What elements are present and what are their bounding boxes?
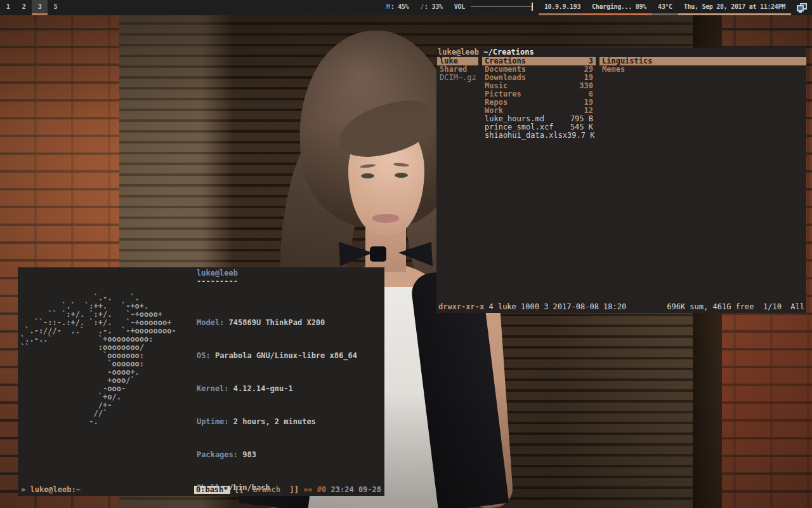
mail-icon: M bbox=[386, 3, 390, 10]
info-value: 745869U ThinkPad X200 bbox=[224, 318, 325, 327]
tmux-flags-open: [[ bbox=[230, 486, 253, 494]
info-value: Parabola GNU/Linux-libre x86_64 bbox=[211, 351, 357, 360]
info-value: 2 hours, 2 minutes bbox=[229, 417, 316, 426]
system-info: luke@leeb --------- Model: 745869U Think… bbox=[197, 269, 366, 496]
disk-usage-summary: 696K sum, 461G free 1/10 All bbox=[667, 303, 804, 312]
ranger-main-column: Creations3 Documents29 Downloads19 Music… bbox=[482, 57, 596, 140]
neofetch-output: `.-. `. `.` `:++. `-+o+. `` `:+/. `:+/. … bbox=[18, 267, 384, 496]
tmux-pane-index: #0 bbox=[317, 486, 331, 494]
ip-address: 10.9.9.193 bbox=[544, 3, 580, 10]
entry-name: shiaohui_data.xlsx bbox=[485, 131, 567, 140]
workspace-label: 5 bbox=[54, 3, 58, 10]
tmux-arrows: »» bbox=[303, 486, 317, 494]
brightness-module: /: 33% bbox=[414, 0, 448, 15]
ranger-window[interactable]: luke@leeb ~/Creations luke Shared DCIM~.… bbox=[436, 48, 806, 313]
tmux-date: 09-28 bbox=[358, 486, 381, 494]
ip-module: 10.9.9.193 bbox=[539, 0, 586, 15]
info-label: OS: bbox=[197, 351, 211, 360]
tmux-window-tab[interactable]: 0:bash* bbox=[194, 486, 230, 494]
entry-name: DCIM~.gz bbox=[440, 74, 476, 82]
ranger-parent-column: luke Shared DCIM~.gz bbox=[437, 57, 478, 140]
status-bar: 1 2 3 5 M: 45% /: 33% bbox=[0, 0, 812, 15]
file-permissions: drwxr-xr-x bbox=[438, 303, 484, 312]
datetime-value: Thu, Sep 28, 2017 at 11:24PM bbox=[684, 3, 785, 10]
ascii-logo: `.-. `. `.` `:++. `-+o+. `` `:+/. `:+/. … bbox=[20, 269, 197, 496]
workspace-label: 1 bbox=[6, 3, 10, 10]
ranger-user-host: luke@leeb bbox=[438, 48, 483, 57]
entry-name: Memes bbox=[602, 65, 625, 74]
fetch-title: luke@leeb bbox=[197, 269, 238, 277]
figure-lips bbox=[372, 214, 399, 223]
tmux-right-section: 0:bash* [[ branch ]] »» #0 23:24 09-28 bbox=[194, 486, 381, 494]
temperature-value: 43°C bbox=[658, 3, 672, 10]
info-label: Kernel: bbox=[197, 384, 229, 393]
pen-icon: / bbox=[420, 3, 424, 10]
system-info-row: Model: 745869U ThinkPad X200 bbox=[197, 319, 366, 327]
battery-status: Charging... 89% bbox=[592, 3, 646, 10]
temperature-module: 43°C bbox=[652, 0, 678, 15]
workspace-label: 2 bbox=[22, 3, 26, 10]
ranger-preview-entry[interactable]: Memes bbox=[599, 65, 806, 74]
ranger-status-bar: drwxr-xr-x 4 luke 1000 3 2017-08-08 18:2… bbox=[438, 303, 804, 312]
workspace-tags: 1 2 3 5 bbox=[0, 0, 63, 15]
figure-bowtie-knot bbox=[370, 246, 386, 262]
fetch-underline: --------- bbox=[197, 277, 238, 286]
ranger-title-bar: luke@leeb ~/Creations bbox=[436, 48, 806, 57]
workspace-label: 3 bbox=[38, 3, 42, 10]
terminal-window[interactable]: `.-. `. `.` `:++. `-+o+. `` `:+/. `:+/. … bbox=[18, 267, 384, 496]
info-value: 983 bbox=[238, 450, 256, 459]
figure-eye-left bbox=[361, 173, 374, 178]
workspace-tag[interactable]: 1 bbox=[0, 0, 16, 15]
battery-module: Charging... 89% bbox=[586, 0, 652, 15]
tmux-clock: 23:24 bbox=[331, 486, 358, 494]
figure-eye-right bbox=[395, 173, 408, 178]
workspace-tag[interactable]: 2 bbox=[16, 0, 32, 15]
info-label: Packages: bbox=[197, 450, 238, 459]
system-tray bbox=[791, 0, 812, 15]
info-value: 4.12.14-gnu-1 bbox=[229, 384, 293, 393]
system-info-row: Packages: 983 bbox=[197, 451, 366, 459]
status-modules: M: 45% /: 33% VOL 10.9.9.193 Charging...… bbox=[381, 0, 812, 15]
workspace-tag[interactable]: 5 bbox=[48, 0, 63, 15]
mail-module: M: 45% bbox=[381, 0, 414, 15]
desktop: 1 2 3 5 M: 45% /: 33% bbox=[0, 0, 812, 508]
volume-label: VOL bbox=[454, 3, 465, 10]
file-owner-date: 4 luke 1000 3 2017-08-08 18:20 bbox=[484, 303, 626, 312]
info-label: Uptime: bbox=[197, 417, 229, 426]
entry-size: 39.7 K bbox=[567, 131, 594, 140]
tmux-flags-close: ]] bbox=[280, 486, 303, 494]
system-info-row: OS: Parabola GNU/Linux-libre x86_64 bbox=[197, 352, 366, 360]
display-icon[interactable] bbox=[796, 3, 808, 13]
volume-slider-handle[interactable] bbox=[532, 3, 533, 11]
brightness-value: : 33% bbox=[424, 3, 443, 10]
system-info-row: Kernel: 4.12.14-gnu-1 bbox=[197, 385, 366, 393]
volume-slider[interactable] bbox=[471, 6, 533, 7]
tmux-session-host: luke@leeb:~ bbox=[30, 486, 80, 494]
ranger-columns: luke Shared DCIM~.gz Creations3 Document… bbox=[436, 57, 806, 140]
ranger-preview-entry[interactable]: Linguistics bbox=[599, 57, 806, 65]
clock-module: Thu, Sep 28, 2017 at 11:24PM bbox=[678, 0, 791, 15]
tmux-git-branch: branch bbox=[253, 486, 280, 494]
ascii-logo-line: -. bbox=[20, 418, 197, 426]
mail-value: : 45% bbox=[391, 3, 409, 10]
ranger-current-path: ~/Creations bbox=[483, 48, 534, 57]
ranger-file-entry[interactable]: shiaohui_data.xlsx39.7 K bbox=[482, 131, 596, 140]
tmux-status-bar: » luke@leeb:~ 0:bash* [[ branch ]] »» #0… bbox=[18, 485, 384, 495]
ranger-preview-column: Linguistics Memes bbox=[599, 57, 806, 140]
volume-module: VOL bbox=[449, 0, 539, 15]
tmux-left-arrow: » bbox=[21, 486, 30, 494]
system-info-row: Uptime: 2 hours, 2 minutes bbox=[197, 418, 366, 426]
info-label: Model: bbox=[197, 318, 224, 327]
workspace-tag[interactable]: 3 bbox=[32, 0, 48, 15]
ranger-parent-entry[interactable]: DCIM~.gz bbox=[437, 74, 478, 82]
